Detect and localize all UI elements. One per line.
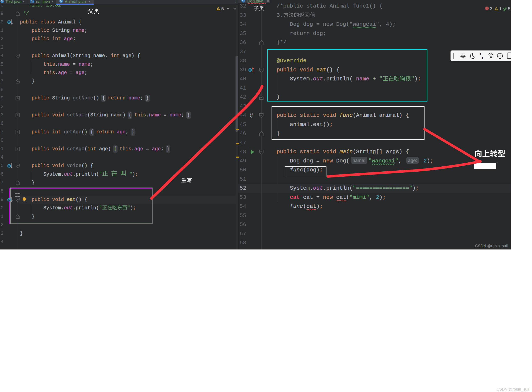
svg-text:1: 1 xyxy=(499,6,502,11)
svg-text:3: 3 xyxy=(490,6,492,11)
svg-text:5: 5 xyxy=(508,6,510,11)
svg-text:5: 5 xyxy=(221,6,224,11)
